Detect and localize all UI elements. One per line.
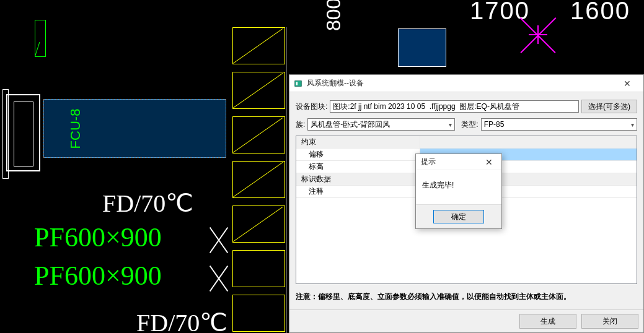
msgbox-title-text: 提示 (421, 157, 436, 167)
cad-duct-section (232, 161, 285, 198)
ok-button[interactable]: 确定 (433, 210, 484, 223)
cad-dimension-2: 1600 (570, 0, 630, 25)
generate-button[interactable]: 生成 (519, 314, 576, 329)
cad-green-block (35, 20, 46, 57)
close-button[interactable]: 关闭 (581, 314, 638, 329)
grid-section-constraint: 约束 (296, 136, 637, 149)
cad-fcu-label: FCU-8 (68, 109, 84, 149)
grid-label: 注释 (296, 186, 420, 197)
svg-rect-1 (296, 82, 298, 85)
close-icon[interactable]: ✕ (482, 157, 496, 167)
cad-duct-section (232, 295, 285, 332)
cad-duct-section (232, 116, 285, 154)
msgbox-titlebar[interactable]: 提示 ✕ (416, 154, 501, 170)
app-icon (293, 79, 303, 89)
message-box: 提示 ✕ 生成完毕! 确定 (415, 154, 502, 229)
msgbox-message: 生成完毕! (416, 170, 501, 204)
cad-duct-section (232, 27, 285, 64)
type-label: 类型: (461, 119, 478, 130)
svg-rect-0 (295, 80, 302, 86)
cad-dimension-vert: 800 (322, 0, 345, 31)
notice-prefix: 注意： (296, 292, 318, 301)
cad-text-fd: FD/70℃ (102, 189, 193, 218)
cad-selection-block (398, 28, 446, 67)
cad-text-pf: PF600×900 (34, 222, 162, 253)
family-combo-value: 风机盘管-卧式-背部回风 (311, 119, 390, 130)
family-type-row: 族: 风机盘管-卧式-背部回风 类型: FP-85 (296, 118, 637, 131)
type-combo-value: FP-85 (484, 120, 505, 129)
msgbox-footer: 确定 (416, 204, 501, 228)
cad-duct-section (232, 250, 285, 287)
cad-duct-section (232, 205, 285, 243)
cad-x-marker (210, 266, 228, 291)
dialog-title: 风系统翻模--设备 (307, 78, 615, 89)
grid-label: 标高 (296, 161, 420, 173)
notice-text: 注意：偏移里、底高度、立面参数必须输入准确值，以便能自动找到主体或主体面。 (296, 289, 637, 307)
dialog-titlebar[interactable]: 风系统翻模--设备 ✕ (289, 75, 643, 92)
cad-guide-line (286, 27, 287, 333)
block-input[interactable] (330, 100, 579, 113)
cad-text-pf: PF600×900 (34, 260, 162, 292)
select-button[interactable]: 选择(可多选) (581, 100, 637, 113)
cad-fcu-outline (6, 94, 40, 171)
block-row: 设备图块: 选择(可多选) (296, 100, 637, 113)
cad-text-fd: FD/70℃ (136, 308, 227, 333)
cad-cross-diag (521, 17, 555, 52)
close-icon[interactable]: ✕ (615, 76, 640, 91)
cad-x-marker (210, 228, 228, 253)
notice-body: 偏移里、底高度、立面参数必须输入准确值，以便能自动找到主体或主体面。 (318, 292, 571, 301)
grid-section-label: 标识数据 (296, 173, 420, 185)
family-combo[interactable]: 风机盘管-卧式-背部回风 (307, 118, 455, 131)
cad-duct-section (232, 72, 285, 109)
dialog-footer: 生成 关闭 (289, 309, 643, 332)
grid-section-label: 约束 (296, 136, 420, 148)
block-label: 设备图块: (296, 102, 327, 112)
family-label: 族: (296, 119, 305, 130)
type-combo[interactable]: FP-85 (481, 118, 637, 131)
grid-label: 偏移 (296, 149, 420, 160)
